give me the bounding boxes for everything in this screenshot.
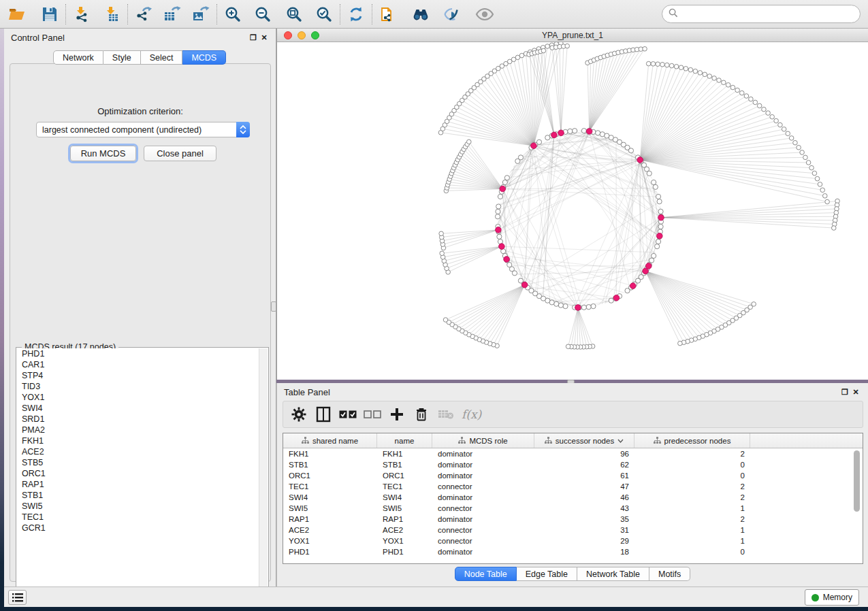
- cell-MCDS-role[interactable]: dominator: [432, 492, 534, 503]
- ring-node[interactable]: [656, 239, 660, 244]
- leaf-node[interactable]: [664, 63, 669, 67]
- cell-predecessor-nodes[interactable]: 2: [634, 481, 750, 492]
- leaf-node[interactable]: [774, 118, 779, 123]
- leaf-node[interactable]: [440, 251, 445, 256]
- leaf-node[interactable]: [778, 122, 783, 127]
- tab-style[interactable]: Style: [103, 50, 141, 65]
- mcds-dominator-node[interactable]: [643, 268, 649, 274]
- show-column-icon[interactable]: [313, 404, 334, 425]
- ring-node[interactable]: [568, 129, 573, 133]
- leaf-node[interactable]: [820, 188, 825, 193]
- leaf-node[interactable]: [757, 103, 762, 108]
- leaf-node[interactable]: [786, 131, 790, 136]
- cell-predecessor-nodes[interactable]: 1: [634, 535, 750, 546]
- ring-node[interactable]: [656, 194, 660, 199]
- leaf-node[interactable]: [467, 139, 472, 144]
- cell-shared-name[interactable]: PHD1: [283, 546, 377, 557]
- ring-node[interactable]: [625, 288, 630, 293]
- mcds-dominator-node[interactable]: [551, 132, 558, 138]
- leaf-node[interactable]: [762, 107, 767, 112]
- mcds-result-item[interactable]: RAP1: [17, 479, 259, 490]
- mcds-dominator-node[interactable]: [658, 214, 664, 220]
- cell-successor-nodes[interactable]: 35: [534, 514, 634, 525]
- cell-successor-nodes[interactable]: 62: [534, 459, 634, 470]
- mcds-result-item[interactable]: TID3: [17, 381, 259, 392]
- network-window-titlebar[interactable]: YPA_prune.txt_1: [277, 29, 868, 42]
- column-header-MCDS-role[interactable]: MCDS role: [432, 433, 534, 448]
- leaf-node[interactable]: [809, 165, 814, 170]
- cell-shared-name[interactable]: SWI4: [283, 492, 377, 503]
- leaf-node[interactable]: [822, 194, 827, 199]
- ring-node[interactable]: [657, 199, 662, 204]
- ring-node[interactable]: [652, 180, 656, 184]
- import-table-icon[interactable]: [100, 3, 123, 26]
- cell-shared-name[interactable]: SWI5: [283, 503, 377, 514]
- ring-node[interactable]: [496, 204, 501, 209]
- ring-node[interactable]: [628, 148, 633, 153]
- ring-node[interactable]: [652, 253, 656, 258]
- tab-node-table[interactable]: Node Table: [455, 567, 517, 581]
- leaf-node[interactable]: [753, 100, 758, 105]
- network-graph-canvas[interactable]: [277, 42, 868, 379]
- cell-name[interactable]: ORC1: [377, 470, 432, 481]
- memory-button[interactable]: Memory: [805, 589, 859, 606]
- mcds-dominator-node[interactable]: [656, 233, 662, 240]
- mcds-result-item[interactable]: SWI4: [17, 403, 259, 414]
- tab-mcds[interactable]: MCDS: [182, 50, 226, 65]
- leaf-node[interactable]: [646, 61, 651, 66]
- export-image-icon[interactable]: [189, 3, 212, 26]
- leaf-node[interactable]: [688, 67, 693, 72]
- mcds-dominator-node[interactable]: [613, 295, 620, 301]
- vertical-splitter-handle[interactable]: [271, 301, 276, 312]
- cell-successor-nodes[interactable]: 29: [534, 535, 634, 546]
- leaf-node[interactable]: [789, 136, 794, 141]
- close-panel-icon[interactable]: ✕: [259, 33, 270, 42]
- refresh-icon[interactable]: [344, 3, 368, 26]
- table-settings-gear-icon[interactable]: [289, 404, 309, 425]
- zoom-fit-icon[interactable]: [283, 3, 306, 26]
- cell-successor-nodes[interactable]: 43: [534, 503, 634, 514]
- ring-node[interactable]: [504, 176, 509, 180]
- cell-MCDS-role[interactable]: connector: [432, 503, 534, 514]
- ring-node[interactable]: [496, 209, 500, 214]
- leaf-node[interactable]: [717, 78, 722, 83]
- cell-predecessor-nodes[interactable]: 1: [634, 525, 750, 535]
- mcds-result-list[interactable]: PHD1CAR1STP4TID3YOX1SWI4SRD1PMA2FKH1ACE2…: [17, 348, 259, 599]
- leaf-node[interactable]: [825, 199, 830, 204]
- leaf-node[interactable]: [519, 53, 524, 58]
- mcds-result-item[interactable]: FKH1: [17, 435, 259, 446]
- tab-network-table[interactable]: Network Table: [577, 567, 649, 581]
- leaf-node[interactable]: [744, 94, 749, 99]
- mcds-result-item[interactable]: YOX1: [17, 392, 259, 403]
- ring-node[interactable]: [502, 180, 507, 184]
- leaf-node[interactable]: [770, 114, 775, 119]
- optimization-criterion-dropdown[interactable]: largest connected component (undirected): [36, 122, 250, 137]
- zoom-in-icon[interactable]: [221, 3, 244, 26]
- mcds-result-item[interactable]: PHD1: [17, 348, 259, 359]
- leaf-node[interactable]: [730, 85, 735, 90]
- tab-motifs[interactable]: Motifs: [649, 567, 690, 581]
- cell-shared-name[interactable]: YOX1: [283, 535, 377, 546]
- leaf-node[interactable]: [803, 155, 808, 160]
- toggle-graphics-details-icon[interactable]: [440, 3, 464, 26]
- leaf-node[interactable]: [566, 344, 570, 349]
- cell-successor-nodes[interactable]: 18: [534, 546, 634, 557]
- ring-node[interactable]: [591, 303, 596, 308]
- leaf-node[interactable]: [726, 83, 730, 88]
- node-table-scrollbar-thumb[interactable]: [854, 450, 860, 512]
- cell-predecessor-nodes[interactable]: 0: [634, 546, 750, 557]
- mcds-dominator-node[interactable]: [531, 143, 537, 149]
- leaf-node[interactable]: [797, 145, 801, 150]
- ring-node[interactable]: [581, 129, 586, 133]
- mcds-dominator-node[interactable]: [521, 282, 528, 288]
- cell-predecessor-nodes[interactable]: 1: [634, 503, 750, 514]
- leaf-node[interactable]: [818, 182, 822, 187]
- mcds-dominator-node[interactable]: [586, 129, 592, 135]
- leaf-node[interactable]: [660, 63, 665, 67]
- ring-node[interactable]: [563, 303, 568, 308]
- cell-name[interactable]: RAP1: [377, 514, 432, 525]
- column-header-name[interactable]: name: [377, 433, 432, 448]
- mcds-result-scrollbar[interactable]: [259, 348, 268, 599]
- table-row[interactable]: FKH1FKH1dominator962: [283, 448, 863, 459]
- ring-node[interactable]: [498, 194, 502, 199]
